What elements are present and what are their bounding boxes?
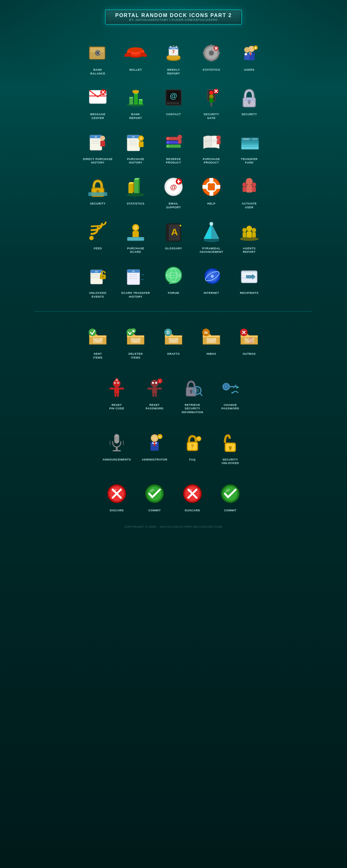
bank-report-item[interactable]: BANKREPORT (118, 85, 153, 120)
duscard-2-icon (180, 481, 205, 506)
statistics-3d-item[interactable]: STATISTICS (118, 174, 153, 209)
contact-label: CONTACT (166, 113, 181, 117)
svg-rect-256 (233, 386, 234, 388)
purchase-product-icon (199, 130, 224, 155)
activate-user-item[interactable]: ACTIVATEUSER (232, 174, 266, 209)
recipients-item[interactable]: RECIPIENTS (232, 264, 266, 299)
reserve-product-item[interactable]: RESERVEPRODUCT (156, 130, 191, 165)
purchase-history-label: PURCHASEHISTORY (127, 157, 145, 165)
svg-rect-17 (176, 46, 177, 48)
svg-point-56 (132, 91, 139, 93)
commit-1-item[interactable]: COMMIT (137, 481, 172, 513)
commit-1-label: COMMIT (148, 509, 161, 513)
svg-text:?: ? (198, 438, 200, 441)
wallet-item[interactable]: WALLET (118, 40, 153, 75)
security-padlock-item[interactable]: SECURITY (232, 85, 266, 120)
svg-rect-174 (252, 232, 256, 237)
svg-text:A: A (171, 227, 178, 237)
reset-pin-code-item[interactable]: ⏻ RESETPIN CODE (99, 376, 134, 414)
administrator-icon: ★ (142, 430, 167, 456)
svg-rect-214 (169, 338, 178, 343)
purchase-product-item[interactable]: PURCHASEPRODUCT (194, 130, 229, 165)
unlocked-events-label: UNLOCKEDEVENTS (89, 291, 106, 299)
email-support-item[interactable]: @ EMAILSUPPORT (156, 174, 191, 209)
statistics-item[interactable]: STATISTICS (194, 40, 229, 75)
discard-1-item[interactable]: DISCARD (99, 481, 134, 513)
svg-point-105 (216, 135, 221, 140)
administrator-item[interactable]: ★ ADMINISTRATOR (137, 430, 172, 465)
svg-point-152 (89, 236, 94, 240)
svg-point-91 (139, 137, 143, 140)
drafts-icon: D (161, 324, 186, 350)
purchase-history-item[interactable]: 21 PURCHASEHISTORY (118, 130, 153, 165)
commit-2-item[interactable]: COMMIT (213, 481, 248, 513)
transfer-fund-item[interactable]: TRANSFERFUND (232, 130, 266, 165)
svg-rect-172 (247, 231, 252, 238)
forum-item[interactable]: FORUM (156, 264, 191, 299)
svg-rect-255 (235, 385, 236, 387)
help-item[interactable]: HELP (194, 174, 229, 209)
outbox-item[interactable]: OUTBOX (232, 324, 266, 360)
inbox-label: INBOX (206, 352, 216, 356)
svg-text:✦: ✦ (179, 223, 182, 228)
svg-rect-24 (211, 59, 212, 62)
reset-password-item[interactable]: ! RESETPASSWORD (137, 376, 172, 414)
bank-report-label: BANKREPORT (129, 113, 142, 120)
contact-icon: @ (161, 85, 186, 110)
forum-label: FORUM (168, 291, 179, 295)
deleted-items-item[interactable]: DELETEDITEMS (118, 324, 153, 360)
recipients-icon (236, 264, 262, 289)
glossary-item[interactable]: A ✦ GLOSSARY (156, 219, 191, 254)
inbox-item[interactable]: IN INBOX (194, 324, 229, 360)
svg-point-232 (118, 382, 119, 383)
bank-balance-label: BANKBALANCE (90, 68, 105, 75)
announcements-item[interactable]: ANNOUNCEMENTS (99, 430, 134, 465)
reset-pin-code-label: RESETPIN CODE (109, 403, 124, 411)
unlocked-events-item[interactable]: 21 UNLOCKEDEVENTS (81, 264, 115, 299)
svg-text:7: 7 (172, 49, 175, 54)
security-gold-icon (85, 174, 111, 199)
security-gold-item[interactable]: SECURITY (81, 174, 115, 209)
svg-rect-139 (202, 185, 208, 189)
icon-grid-row5: FEED PURCHASEECARD (0, 216, 347, 260)
duscard-2-item[interactable]: DUSCARD (175, 481, 210, 513)
icon-grid-row6: 21 UNLOCKEDEVENTS 21 (0, 260, 347, 305)
change-password-item[interactable]: CHANGEPASSWORD (213, 376, 248, 414)
security-gate-label: SECURITYGATE (203, 113, 219, 120)
security-gate-item[interactable]: SECURITYGATE (194, 85, 229, 120)
reset-password-icon: ! (142, 376, 167, 401)
direct-purchase-history-item[interactable]: 21 DIRECT PURCHASEHISTORY (81, 130, 115, 165)
purchase-ecard-item[interactable]: PURCHASEECARD (118, 219, 153, 254)
message-center-item[interactable]: MESSAGECENTER (81, 85, 115, 120)
email-support-icon: @ (161, 174, 186, 199)
retrieve-security-information-item[interactable]: RETRIEVESECURITY INFORMATION (175, 376, 210, 414)
svg-text:★: ★ (173, 45, 175, 47)
security-unlocked-item[interactable]: SECURITYUNLOCKED (213, 430, 248, 465)
wallet-icon (123, 40, 148, 66)
feed-item[interactable]: FEED (81, 219, 115, 254)
svg-marker-129 (138, 178, 140, 193)
internet-item[interactable]: e INTERNET (194, 264, 229, 299)
header: PORTAL RANDOM DOCK ICONS PART 2 BY: ANTI… (0, 6, 347, 25)
faq-item[interactable]: ? ? FAQ (175, 430, 210, 465)
sent-items-item[interactable]: SENTITEMS (81, 324, 115, 360)
drafts-item[interactable]: D DRAFTS (156, 324, 191, 360)
contact-item[interactable]: @ CONTACT (156, 85, 191, 120)
weekly-report-item[interactable]: JUNE 7 ★ WEEKLYREPORT (156, 40, 191, 75)
ecard-transfer-history-item[interactable]: 21 → ← ECARD TRANSFERHISTORY (118, 264, 153, 299)
svg-marker-270 (154, 442, 156, 446)
svg-rect-238 (157, 388, 162, 390)
svg-text:!: ! (159, 380, 160, 383)
users-item[interactable]: ★ USERS (232, 40, 266, 75)
agents-report-item[interactable]: AGENTSREPORT (232, 219, 266, 254)
pyramidal-advancement-icon (199, 219, 224, 244)
announcements-icon (104, 430, 129, 456)
sent-items-label: SENTITEMS (93, 352, 102, 360)
bank-balance-item[interactable]: BANKBALANCE (81, 40, 115, 75)
forum-icon (161, 264, 186, 289)
svg-point-253 (225, 385, 227, 388)
feed-label: FEED (94, 247, 102, 251)
svg-rect-103 (178, 139, 181, 144)
pyramidal-advancement-item[interactable]: PYRAMIDALADVANCEMENT (194, 219, 229, 254)
section-divider (35, 311, 312, 312)
